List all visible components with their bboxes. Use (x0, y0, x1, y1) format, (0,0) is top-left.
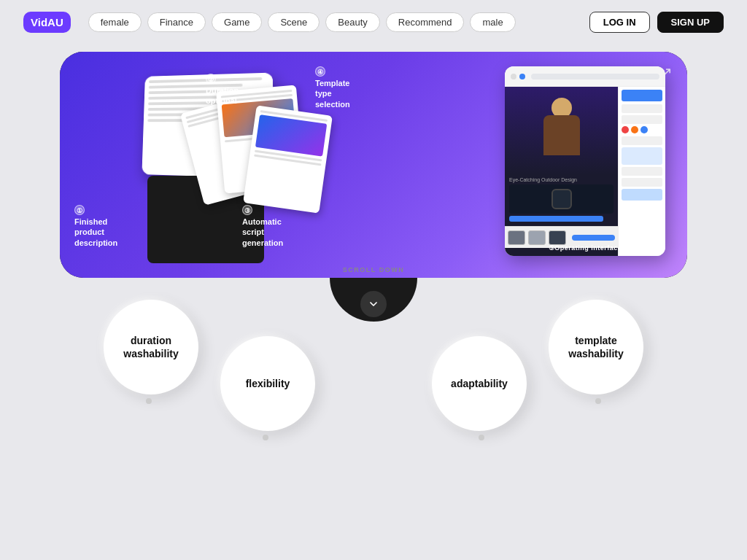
rp-person-placeholder (505, 87, 618, 174)
bubble-duration: duration washability (104, 300, 198, 394)
connector-blob (330, 278, 417, 322)
thumb-1 (508, 230, 525, 245)
thumb-2 (528, 230, 546, 245)
display-card: ↗ (60, 52, 687, 278)
signup-button[interactable]: SIGN UP (657, 12, 724, 33)
rp-sidebar-row-1 (622, 104, 662, 113)
dot-flexibility (263, 435, 268, 440)
nav-game[interactable]: Game (212, 12, 262, 32)
auth-buttons: LOG IN SIGN UP (589, 12, 724, 33)
annotation-1: ① Finishedproductdescription (74, 205, 117, 248)
bubble-flexibility: flexibility (220, 336, 315, 431)
color-blue (640, 126, 648, 133)
scroll-down-button[interactable] (360, 291, 387, 317)
chevron-down-icon (368, 298, 379, 310)
dot-duration (146, 398, 152, 404)
rp-header (505, 66, 665, 87)
annotation-4: ④ Templatetypeselection (315, 66, 350, 109)
annotation-2: ② Durationoptional (206, 74, 239, 106)
rp-sidebar-row-2 (622, 115, 662, 124)
login-button[interactable]: LOG IN (589, 12, 650, 33)
header: VidAU female Finance Game Scene Beauty R… (0, 0, 747, 44)
scroll-down-label: SCROLL DOWN (343, 266, 404, 273)
progress-bar (509, 216, 603, 222)
rp-sidebar-row-5 (622, 178, 662, 187)
display-inner: ↗ (60, 52, 687, 278)
thumb-3 (549, 230, 566, 245)
rp-main-area: Eye-Catching Outdoor Design (505, 87, 618, 256)
rp-sidebar-row-4 (622, 167, 662, 176)
scroll-connector: SCROLL DOWN (330, 278, 417, 322)
bubble-template: template washability (549, 300, 643, 394)
rp-content: Eye-Catching Outdoor Design (505, 174, 618, 226)
watch-product (551, 189, 572, 209)
rp-color-dots (622, 126, 662, 133)
person-silhouette (540, 98, 584, 163)
annotation-3: ③ Automaticscriptgeneration (242, 205, 283, 248)
page-3 (243, 105, 333, 213)
operating-interface-label: ⑤Operating interface (505, 244, 665, 252)
color-red (622, 126, 629, 133)
body (543, 115, 580, 155)
bubble-adaptability: adaptability (432, 336, 527, 431)
dot-adaptability (479, 435, 484, 440)
logo[interactable]: VidAU (23, 12, 71, 33)
rp-sidebar-row-3 (622, 136, 662, 145)
nav-female[interactable]: female (88, 12, 142, 32)
nav-recommend[interactable]: Recommend (386, 12, 465, 32)
rp-sidebar (618, 87, 665, 256)
nav-pills: female Finance Game Scene Beauty Recomme… (88, 12, 516, 32)
rp-search-bar (531, 74, 659, 79)
rp-body: Eye-Catching Outdoor Design (505, 87, 665, 256)
rp-sidebar-blue-1 (622, 90, 662, 101)
nav-male[interactable]: male (470, 12, 515, 32)
main-content: ↗ (0, 44, 747, 560)
nav-beauty[interactable]: Beauty (325, 12, 379, 32)
nav-finance[interactable]: Finance (147, 12, 206, 32)
operating-interface-panel: Eye-Catching Outdoor Design (505, 66, 665, 256)
rp-sidebar-blue-2 (622, 189, 662, 201)
dot-template (595, 398, 601, 404)
rp-sidebar-accent (622, 147, 662, 165)
rp-dot-2 (519, 74, 525, 79)
rp-dot-1 (511, 74, 516, 79)
color-orange (631, 126, 638, 133)
product-title-label: Eye-Catching Outdoor Design (509, 177, 614, 182)
vidau-branding (572, 235, 615, 241)
nav-scene[interactable]: Scene (268, 12, 320, 32)
bottom-section: SCROLL DOWN duration washability flexibi… (60, 278, 687, 424)
product-image (509, 184, 614, 214)
